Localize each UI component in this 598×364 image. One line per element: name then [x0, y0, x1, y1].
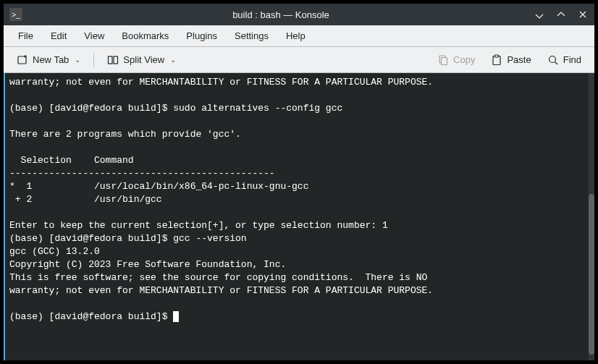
- svg-point-7: [549, 56, 555, 62]
- menu-edit[interactable]: Edit: [43, 27, 74, 44]
- titlebar: >_ build : bash — Konsole: [4, 4, 594, 25]
- chevron-down-icon: ⌄: [75, 56, 80, 64]
- svg-rect-4: [442, 57, 447, 64]
- toolbar-left-group: New Tab ⌄ Split View ⌄: [11, 51, 182, 69]
- menubar: File Edit View Bookmarks Plugins Setting…: [4, 25, 594, 47]
- chevron-down-icon: ⌄: [170, 56, 176, 64]
- window-controls: [534, 9, 589, 20]
- maximize-button[interactable]: [555, 9, 567, 20]
- terminal-viewport[interactable]: warranty; not even for MERCHANTABILITY o…: [4, 73, 594, 360]
- window-title: build : bash — Konsole: [28, 9, 534, 20]
- terminal-line: warranty; not even for MERCHANTABILITY o…: [9, 77, 433, 88]
- terminal-line: * 1 /usr/local/bin/x86_64-pc-linux-gnu-g…: [9, 181, 308, 192]
- toolbar-divider: [93, 53, 94, 67]
- terminal-line: There are 2 programs which provide 'gcc'…: [9, 129, 241, 140]
- svg-rect-1: [109, 56, 113, 64]
- find-button[interactable]: Find: [542, 51, 587, 69]
- svg-rect-2: [114, 56, 118, 64]
- terminal-line: Selection Command: [9, 155, 134, 166]
- scrollbar-thumb[interactable]: [589, 194, 594, 355]
- new-tab-icon: [17, 54, 28, 66]
- scrollbar[interactable]: [589, 73, 594, 360]
- terminal-line: Copyright (C) 2023 Free Software Foundat…: [9, 259, 286, 270]
- app-icon: >_: [9, 8, 22, 21]
- svg-rect-6: [495, 55, 499, 57]
- split-view-button[interactable]: Split View ⌄: [101, 51, 182, 69]
- app-window: >_ build : bash — Konsole File Edit View…: [0, 0, 598, 364]
- menu-help[interactable]: Help: [279, 27, 313, 44]
- terminal-line: ----------------------------------------…: [9, 168, 275, 179]
- find-label: Find: [563, 54, 581, 65]
- paste-icon: [491, 54, 502, 66]
- terminal-line: (base) [david@fedora build]$ sudo altern…: [9, 103, 342, 114]
- copy-button[interactable]: Copy: [431, 51, 481, 69]
- terminal-cursor: [173, 311, 179, 322]
- split-view-label: Split View: [123, 54, 164, 65]
- toolbar-right-group: Copy Paste Find: [431, 51, 587, 69]
- paste-label: Paste: [507, 54, 531, 65]
- menu-plugins[interactable]: Plugins: [179, 27, 224, 44]
- menu-bookmarks[interactable]: Bookmarks: [114, 27, 176, 44]
- terminal-line: Enter to keep the current selection[+], …: [9, 220, 388, 231]
- terminal-line: + 2 /usr/bin/gcc: [9, 194, 162, 205]
- split-view-icon: [107, 54, 119, 66]
- new-tab-button[interactable]: New Tab ⌄: [11, 51, 86, 69]
- menu-view[interactable]: View: [77, 27, 111, 44]
- copy-label: Copy: [453, 54, 475, 65]
- close-button[interactable]: [577, 9, 589, 20]
- terminal-line: (base) [david@fedora build]$ gcc --versi…: [9, 233, 247, 244]
- minimize-button[interactable]: [534, 9, 545, 20]
- terminal-line: warranty; not even for MERCHANTABILITY o…: [9, 285, 433, 296]
- toolbar: New Tab ⌄ Split View ⌄ Copy: [4, 47, 594, 73]
- menu-settings[interactable]: Settings: [227, 27, 276, 44]
- copy-icon: [437, 54, 449, 66]
- menu-file[interactable]: File: [11, 27, 41, 44]
- new-tab-label: New Tab: [33, 54, 69, 65]
- terminal-line: gcc (GCC) 13.2.0: [9, 246, 100, 257]
- paste-button[interactable]: Paste: [485, 51, 536, 69]
- search-icon: [547, 54, 559, 66]
- terminal-line: (base) [david@fedora build]$: [9, 311, 173, 322]
- svg-rect-0: [18, 56, 26, 64]
- terminal-line: This is free software; see the source fo…: [9, 272, 427, 283]
